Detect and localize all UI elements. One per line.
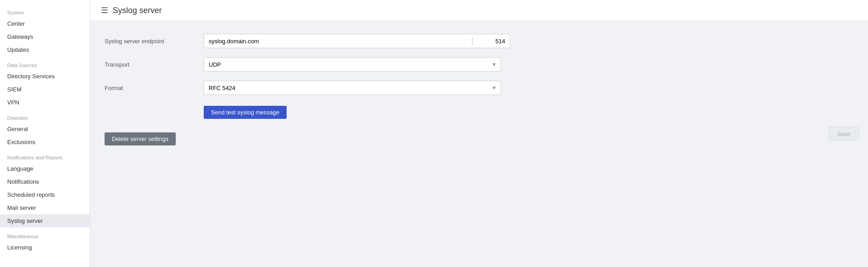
transport-select-wrapper: UDPTCPTLS ▼ — [204, 57, 501, 72]
endpoint-control: ⋮ — [204, 34, 510, 48]
sidebar-item-directory-services[interactable]: Directory Services — [0, 70, 90, 83]
sidebar-item-syslog-server[interactable]: Syslog server — [0, 214, 90, 227]
sidebar-item-general[interactable]: General — [0, 122, 90, 136]
sidebar-item-scheduled-reports[interactable]: Scheduled reports — [0, 188, 90, 201]
endpoint-row: Syslog server endpoint ⋮ — [105, 34, 854, 48]
sidebar-item-notifications[interactable]: Notifications — [0, 175, 90, 188]
format-row: Format RFC 5424RFC 3164 ▼ — [105, 81, 854, 95]
sidebar: SystemCenterGatewaysUpdatesData SourcesD… — [0, 0, 90, 267]
transport-label: Transport — [105, 61, 204, 68]
form-area: Syslog server endpoint ⋮ Transport UDPTC… — [90, 21, 868, 267]
transport-control: UDPTCPTLS ▼ — [204, 57, 510, 72]
delete-row: Delete server settings — [105, 128, 854, 145]
sidebar-item-language[interactable]: Language — [0, 162, 90, 175]
port-divider-icon[interactable]: ⋮ — [466, 34, 479, 48]
sidebar-item-licensing[interactable]: Licensing — [0, 241, 90, 254]
transport-select[interactable]: UDPTCPTLS — [204, 57, 501, 72]
sidebar-section-label: System — [0, 4, 90, 17]
sidebar-item-exclusions[interactable]: Exclusions — [0, 136, 90, 149]
format-label: Format — [105, 85, 204, 91]
send-test-row: Send test syslog message — [105, 104, 854, 119]
save-button[interactable]: Save — [828, 127, 859, 140]
send-test-button[interactable]: Send test syslog message — [204, 106, 287, 119]
format-select[interactable]: RFC 5424RFC 3164 — [204, 81, 501, 95]
format-control: RFC 5424RFC 3164 ▼ — [204, 81, 510, 95]
endpoint-label: Syslog server endpoint — [105, 38, 204, 45]
sidebar-section-label: Detection — [0, 109, 90, 122]
endpoint-input[interactable] — [204, 34, 466, 48]
sidebar-item-center[interactable]: Center — [0, 17, 90, 30]
sidebar-section-label: Notifications and Reports — [0, 149, 90, 162]
sidebar-item-gateways[interactable]: Gateways — [0, 30, 90, 43]
transport-row: Transport UDPTCPTLS ▼ — [105, 57, 854, 72]
sidebar-item-siem[interactable]: SIEM — [0, 83, 90, 96]
sidebar-item-mail-server[interactable]: Mail server — [0, 201, 90, 214]
delete-settings-button[interactable]: Delete server settings — [105, 132, 176, 145]
port-input[interactable] — [479, 34, 510, 48]
format-select-wrapper: RFC 5424RFC 3164 ▼ — [204, 81, 501, 95]
syslog-icon: ☰ — [101, 5, 108, 15]
sidebar-section-label: Miscellaneous — [0, 227, 90, 241]
endpoint-port-group: ⋮ — [204, 34, 510, 48]
page-header: ☰ Syslog server — [90, 0, 868, 21]
main-content: ☰ Syslog server Syslog server endpoint ⋮… — [90, 0, 868, 267]
page-title: Syslog server — [113, 6, 162, 15]
sidebar-item-updates[interactable]: Updates — [0, 43, 90, 56]
sidebar-item-vpn[interactable]: VPN — [0, 96, 90, 109]
sidebar-section-label: Data Sources — [0, 56, 90, 70]
